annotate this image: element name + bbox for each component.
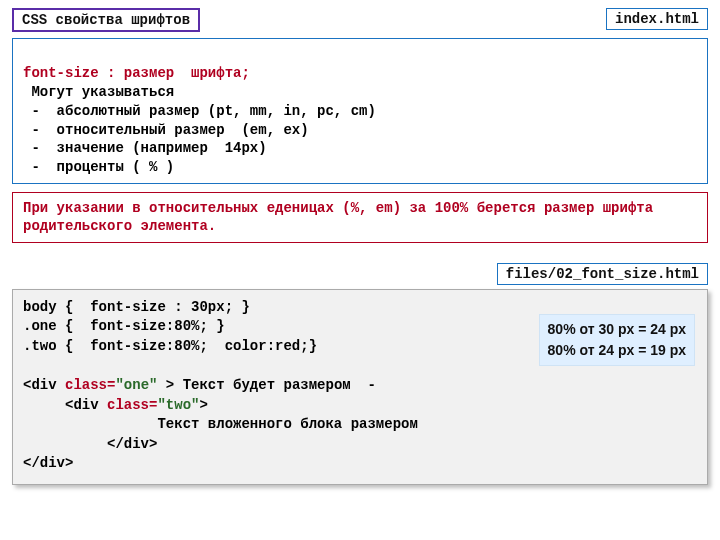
calculation-box: 80% от 30 px = 24 px 80% от 24 px = 19 p… [539, 314, 695, 366]
code-line: </div> [23, 435, 697, 455]
code-line: <div class="one" > Текст будет размером … [23, 376, 697, 396]
panel-line-3: - абсолютный размер (pt, mm, in, pc, cm) [23, 103, 376, 119]
file-label-example: files/02_font_size.html [497, 263, 708, 285]
code-line: <div class="two"> [23, 396, 697, 416]
panel-line-4: - относительный размер (em, ex) [23, 122, 309, 138]
code-line: Текст вложенного блока размером [23, 415, 697, 435]
code-panel: 80% от 30 px = 24 px 80% от 24 px = 19 p… [12, 289, 708, 485]
panel-line-2: Могут указываться [23, 84, 174, 100]
page-title: CSS свойства шрифтов [12, 8, 200, 32]
panel-line-6: - проценты ( % ) [23, 159, 174, 175]
font-size-panel: font-size : размер шрифта; Могут указыва… [12, 38, 708, 184]
calc-line-1: 80% от 30 px = 24 px [548, 319, 686, 340]
panel-line-5: - значение (например 14px) [23, 140, 267, 156]
panel-line-1: font-size : размер шрифта; [23, 65, 250, 81]
note-panel: При указании в относительных еденицах (%… [12, 192, 708, 242]
file-label-index: index.html [606, 8, 708, 30]
calc-line-2: 80% от 24 px = 19 px [548, 340, 686, 361]
code-line: </div> [23, 454, 697, 474]
